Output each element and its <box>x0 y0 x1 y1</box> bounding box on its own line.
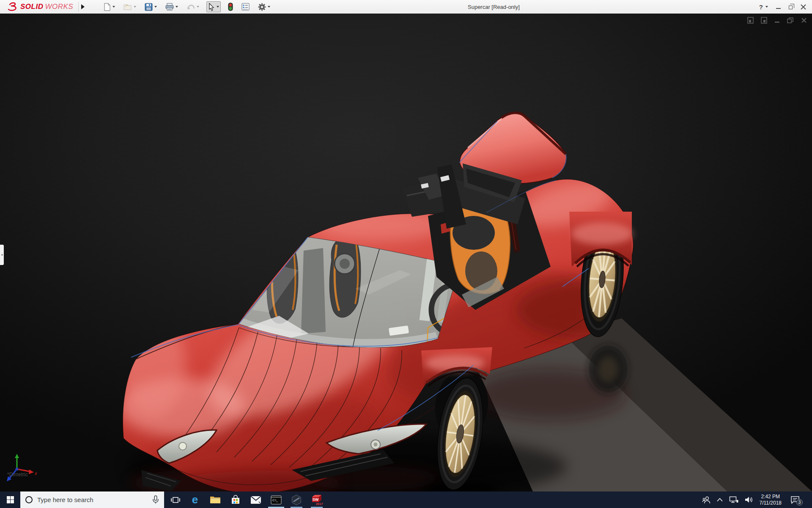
open-document-button[interactable] <box>122 1 137 12</box>
command-prompt-icon: C:\_ <box>271 495 282 505</box>
x-axis-arrow <box>29 469 34 474</box>
rebuild-button[interactable] <box>227 1 234 12</box>
mail-envelope-icon <box>250 496 261 504</box>
rebuild-traffic-light-icon <box>228 3 233 11</box>
file-properties-icon <box>241 3 250 11</box>
svg-text:C:\_: C:\_ <box>272 499 278 502</box>
taskbar-app-store[interactable] <box>225 491 246 508</box>
doc-close-button[interactable] <box>801 17 807 25</box>
help-button[interactable]: ? <box>759 3 768 11</box>
taskbar-app-file-explorer[interactable] <box>205 491 225 508</box>
document-window-controls <box>747 17 807 25</box>
minimize-button[interactable] <box>776 5 781 9</box>
print-button[interactable] <box>164 1 179 12</box>
edge-icon: e <box>189 494 201 506</box>
select-dropdown[interactable] <box>217 6 219 8</box>
file-properties-button[interactable] <box>240 1 251 12</box>
window-title: Supercar [Read-only] <box>468 0 520 14</box>
action-center-button[interactable]: 3 <box>790 496 800 504</box>
system-tray: 2:42 PM 7/11/2018 3 <box>702 491 812 508</box>
quick-access-toolbar <box>99 1 274 12</box>
feature-manager-collapsed-tab[interactable] <box>0 245 4 265</box>
microphone-icon[interactable] <box>152 495 159 504</box>
view-orientation-label: *Dimetric <box>7 472 28 478</box>
file-explorer-icon <box>210 495 221 505</box>
volume-icon[interactable] <box>745 496 753 503</box>
flyout-arrow-icon <box>81 4 85 9</box>
options-gear-icon <box>258 3 266 11</box>
orientation-triad[interactable]: x <box>4 453 40 483</box>
restore-icon <box>789 6 793 9</box>
window-controls: ? <box>759 0 806 14</box>
taskbar-app-hexagon[interactable] <box>286 491 307 508</box>
notification-badge: 3 <box>796 499 803 505</box>
hexagon-app-icon <box>291 494 302 505</box>
undo-arrow-icon <box>187 3 195 11</box>
new-document-dropdown[interactable] <box>112 6 115 8</box>
solidworks-logo: SOLIDWORKS <box>4 1 76 13</box>
taskbar-app-mail[interactable] <box>246 491 266 508</box>
start-button[interactable] <box>0 491 20 508</box>
task-view-button[interactable] <box>166 491 185 508</box>
taskbar-spacer <box>327 491 702 508</box>
undo-dropdown[interactable] <box>197 6 199 8</box>
help-dropdown-icon[interactable] <box>765 6 768 8</box>
svg-text:e: e <box>192 494 198 506</box>
new-document-icon <box>104 3 111 11</box>
doc-minimize-button[interactable] <box>774 17 780 25</box>
open-dropdown[interactable] <box>134 6 136 8</box>
cortana-circle-icon <box>25 496 33 503</box>
taskbar-app-edge[interactable]: e <box>185 491 205 508</box>
chevron-up-icon[interactable] <box>717 498 723 502</box>
options-button[interactable] <box>257 1 272 12</box>
select-tool-button[interactable] <box>206 1 221 12</box>
search-placeholder: Type here to search <box>37 496 93 503</box>
save-floppy-icon <box>145 3 153 11</box>
close-button[interactable] <box>801 4 806 10</box>
menu-flyout-button[interactable] <box>78 2 87 12</box>
search-input[interactable]: Type here to search <box>20 491 164 508</box>
undo-button[interactable] <box>185 1 200 12</box>
new-document-button[interactable] <box>102 1 116 12</box>
x-axis-label: x <box>34 471 37 476</box>
people-icon[interactable] <box>702 496 710 504</box>
taskbar: Type here to search e <box>0 491 812 508</box>
tray-date: 7/11/2018 <box>760 500 782 506</box>
brand-works: WORKS <box>45 3 73 11</box>
graphics-viewport[interactable]: x *Dimetric <box>0 14 812 491</box>
panel-tab-dot-icon <box>1 254 3 256</box>
select-cursor-icon <box>208 3 215 11</box>
document-icon-a[interactable] <box>747 17 754 25</box>
solidworks-logo-icon <box>6 2 19 12</box>
taskbar-app-solidworks-2017[interactable]: SW 2017 <box>307 491 327 508</box>
titlebar: SOLIDWORKS <box>0 0 812 14</box>
windows-logo-icon <box>7 496 14 503</box>
brand-solid: SOLID <box>20 3 43 11</box>
y-axis-arrow <box>15 454 19 458</box>
task-view-icon <box>171 496 180 504</box>
clock[interactable]: 2:42 PM 7/11/2018 <box>760 494 782 506</box>
close-icon <box>801 4 806 10</box>
open-folder-icon <box>123 3 132 11</box>
store-icon <box>230 495 241 505</box>
save-button[interactable] <box>143 1 158 12</box>
supercar-3d-model[interactable] <box>0 14 812 491</box>
minimize-icon <box>776 8 781 9</box>
save-dropdown[interactable] <box>154 6 157 8</box>
document-icon-b[interactable] <box>761 17 767 25</box>
network-icon[interactable] <box>729 496 738 503</box>
print-icon <box>165 3 174 11</box>
print-dropdown[interactable] <box>176 6 178 8</box>
svg-text:SW: SW <box>313 497 319 502</box>
solidworks-2017-icon: SW 2017 <box>310 494 323 506</box>
help-icon: ? <box>759 3 763 11</box>
tray-time: 2:42 PM <box>760 494 782 500</box>
options-dropdown[interactable] <box>268 6 270 8</box>
svg-text:2017: 2017 <box>316 502 323 506</box>
restore-button[interactable] <box>789 4 793 9</box>
doc-restore-button[interactable] <box>787 17 794 25</box>
taskbar-app-command-prompt[interactable]: C:\_ <box>266 491 286 508</box>
